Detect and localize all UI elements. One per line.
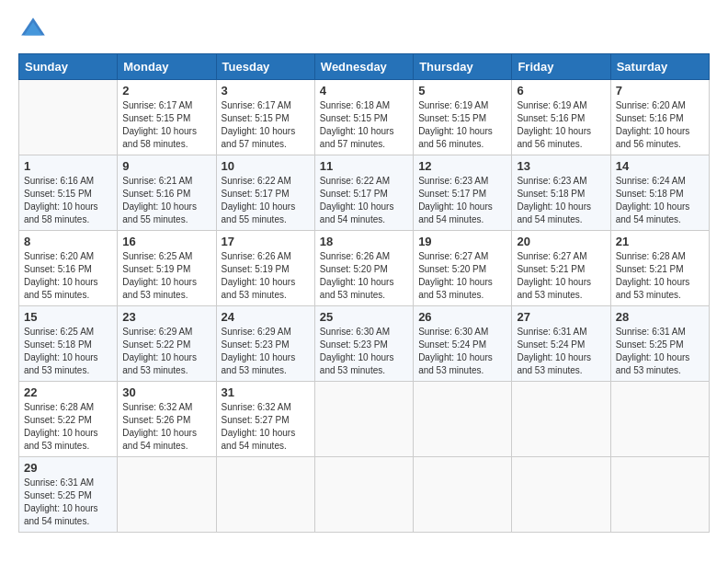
calendar-cell: 14Sunrise: 6:24 AM Sunset: 5:18 PM Dayli…: [610, 155, 709, 231]
calendar-cell: 18Sunrise: 6:26 AM Sunset: 5:20 PM Dayli…: [314, 231, 413, 306]
day-number: 23: [122, 310, 210, 324]
day-detail: Sunrise: 6:29 AM Sunset: 5:22 PM Dayligh…: [122, 326, 210, 377]
calendar-cell: 8Sunrise: 6:20 AM Sunset: 5:16 PM Daylig…: [19, 231, 118, 306]
calendar-header-tuesday: Tuesday: [216, 54, 314, 80]
calendar-cell: 19Sunrise: 6:27 AM Sunset: 5:20 PM Dayli…: [414, 231, 512, 306]
calendar-cell: 2Sunrise: 6:17 AM Sunset: 5:15 PM Daylig…: [118, 80, 216, 155]
day-detail: Sunrise: 6:19 AM Sunset: 5:16 PM Dayligh…: [517, 99, 605, 151]
calendar-cell: [118, 457, 216, 533]
day-number: 6: [517, 84, 605, 98]
day-detail: Sunrise: 6:30 AM Sunset: 5:23 PM Dayligh…: [320, 326, 408, 377]
day-number: 20: [517, 235, 605, 248]
day-detail: Sunrise: 6:29 AM Sunset: 5:23 PM Dayligh…: [222, 326, 310, 377]
day-detail: Sunrise: 6:24 AM Sunset: 5:18 PM Dayligh…: [616, 175, 704, 226]
calendar-cell: 6Sunrise: 6:19 AM Sunset: 5:16 PM Daylig…: [512, 80, 610, 155]
day-detail: Sunrise: 6:31 AM Sunset: 5:25 PM Dayligh…: [24, 477, 112, 528]
calendar-cell: [216, 457, 314, 533]
calendar-header-friday: Friday: [512, 54, 610, 80]
calendar-cell: 31Sunrise: 6:32 AM Sunset: 5:27 PM Dayli…: [216, 382, 314, 457]
calendar-table: SundayMondayTuesdayWednesdayThursdayFrid…: [18, 53, 710, 533]
calendar-cell: 28Sunrise: 6:31 AM Sunset: 5:25 PM Dayli…: [610, 306, 709, 382]
calendar-header-monday: Monday: [118, 54, 216, 80]
day-number: 29: [24, 461, 112, 475]
calendar-week-row: 15Sunrise: 6:25 AM Sunset: 5:18 PM Dayli…: [19, 306, 710, 382]
day-detail: Sunrise: 6:30 AM Sunset: 5:24 PM Dayligh…: [418, 326, 506, 377]
calendar-header-sunday: Sunday: [19, 54, 118, 80]
calendar-cell: [414, 457, 512, 533]
day-number: 14: [616, 159, 704, 173]
calendar-cell: 20Sunrise: 6:27 AM Sunset: 5:21 PM Dayli…: [512, 231, 610, 306]
calendar-cell: 3Sunrise: 6:17 AM Sunset: 5:15 PM Daylig…: [216, 80, 314, 155]
day-detail: Sunrise: 6:27 AM Sunset: 5:20 PM Dayligh…: [418, 250, 506, 302]
calendar-header-saturday: Saturday: [610, 54, 709, 80]
calendar-cell: 17Sunrise: 6:26 AM Sunset: 5:19 PM Dayli…: [216, 231, 314, 306]
calendar-week-row: 8Sunrise: 6:20 AM Sunset: 5:16 PM Daylig…: [19, 231, 710, 306]
calendar-cell: 1Sunrise: 6:16 AM Sunset: 5:15 PM Daylig…: [19, 155, 118, 231]
day-number: 25: [320, 310, 408, 324]
logo: [18, 15, 51, 44]
calendar-cell: 15Sunrise: 6:25 AM Sunset: 5:18 PM Dayli…: [19, 306, 118, 382]
day-number: 24: [222, 310, 310, 324]
calendar-cell: 16Sunrise: 6:25 AM Sunset: 5:19 PM Dayli…: [118, 231, 216, 306]
day-detail: Sunrise: 6:21 AM Sunset: 5:16 PM Dayligh…: [122, 175, 210, 226]
calendar-cell: [512, 457, 610, 533]
calendar-cell: 10Sunrise: 6:22 AM Sunset: 5:17 PM Dayli…: [216, 155, 314, 231]
calendar-cell: 25Sunrise: 6:30 AM Sunset: 5:23 PM Dayli…: [314, 306, 413, 382]
day-detail: Sunrise: 6:31 AM Sunset: 5:24 PM Dayligh…: [517, 326, 605, 377]
day-detail: Sunrise: 6:27 AM Sunset: 5:21 PM Dayligh…: [517, 250, 605, 302]
day-number: 2: [122, 84, 210, 98]
calendar-cell: [610, 457, 709, 533]
calendar-cell: 13Sunrise: 6:23 AM Sunset: 5:18 PM Dayli…: [512, 155, 610, 231]
calendar-cell: [414, 382, 512, 457]
calendar-cell: [610, 382, 709, 457]
day-number: 21: [616, 235, 704, 248]
calendar-cell: 22Sunrise: 6:28 AM Sunset: 5:22 PM Dayli…: [19, 382, 118, 457]
calendar-cell: 29Sunrise: 6:31 AM Sunset: 5:25 PM Dayli…: [19, 457, 118, 533]
calendar-header-wednesday: Wednesday: [314, 54, 413, 80]
day-number: 4: [320, 84, 408, 98]
day-number: 8: [24, 235, 112, 248]
header: [18, 15, 710, 44]
day-detail: Sunrise: 6:22 AM Sunset: 5:17 PM Dayligh…: [320, 175, 408, 226]
calendar-week-row: 1Sunrise: 6:16 AM Sunset: 5:15 PM Daylig…: [19, 155, 710, 231]
calendar-cell: 30Sunrise: 6:32 AM Sunset: 5:26 PM Dayli…: [118, 382, 216, 457]
calendar-cell: [314, 382, 413, 457]
calendar-cell: 4Sunrise: 6:18 AM Sunset: 5:15 PM Daylig…: [314, 80, 413, 155]
day-detail: Sunrise: 6:32 AM Sunset: 5:27 PM Dayligh…: [222, 401, 310, 453]
day-number: 5: [418, 84, 506, 98]
calendar-cell: [314, 457, 413, 533]
day-number: 17: [222, 235, 310, 248]
day-number: 11: [320, 159, 408, 173]
day-detail: Sunrise: 6:25 AM Sunset: 5:19 PM Dayligh…: [122, 250, 210, 302]
logo-icon: [18, 15, 48, 44]
day-number: 3: [222, 84, 310, 98]
calendar-cell: 5Sunrise: 6:19 AM Sunset: 5:15 PM Daylig…: [414, 80, 512, 155]
day-detail: Sunrise: 6:32 AM Sunset: 5:26 PM Dayligh…: [122, 401, 210, 453]
day-number: 30: [122, 385, 210, 399]
day-number: 12: [418, 159, 506, 173]
calendar-cell: 27Sunrise: 6:31 AM Sunset: 5:24 PM Dayli…: [512, 306, 610, 382]
calendar-cell: 9Sunrise: 6:21 AM Sunset: 5:16 PM Daylig…: [118, 155, 216, 231]
day-number: 18: [320, 235, 408, 248]
calendar-header-thursday: Thursday: [414, 54, 512, 80]
day-detail: Sunrise: 6:20 AM Sunset: 5:16 PM Dayligh…: [24, 250, 112, 302]
calendar-cell: 24Sunrise: 6:29 AM Sunset: 5:23 PM Dayli…: [216, 306, 314, 382]
day-number: 7: [616, 84, 704, 98]
calendar-cell: [19, 80, 118, 155]
day-number: 26: [418, 310, 506, 324]
day-detail: Sunrise: 6:28 AM Sunset: 5:21 PM Dayligh…: [616, 250, 704, 302]
day-number: 31: [222, 385, 310, 399]
calendar-week-row: 22Sunrise: 6:28 AM Sunset: 5:22 PM Dayli…: [19, 382, 710, 457]
day-number: 22: [24, 385, 112, 399]
calendar-week-row: 2Sunrise: 6:17 AM Sunset: 5:15 PM Daylig…: [19, 80, 710, 155]
day-number: 13: [517, 159, 605, 173]
day-number: 1: [24, 159, 112, 173]
day-detail: Sunrise: 6:31 AM Sunset: 5:25 PM Dayligh…: [616, 326, 704, 377]
day-number: 15: [24, 310, 112, 324]
day-number: 9: [122, 159, 210, 173]
day-detail: Sunrise: 6:17 AM Sunset: 5:15 PM Dayligh…: [122, 99, 210, 151]
day-detail: Sunrise: 6:19 AM Sunset: 5:15 PM Dayligh…: [418, 99, 506, 151]
calendar-cell: 11Sunrise: 6:22 AM Sunset: 5:17 PM Dayli…: [314, 155, 413, 231]
day-number: 28: [616, 310, 704, 324]
day-detail: Sunrise: 6:16 AM Sunset: 5:15 PM Dayligh…: [24, 175, 112, 226]
